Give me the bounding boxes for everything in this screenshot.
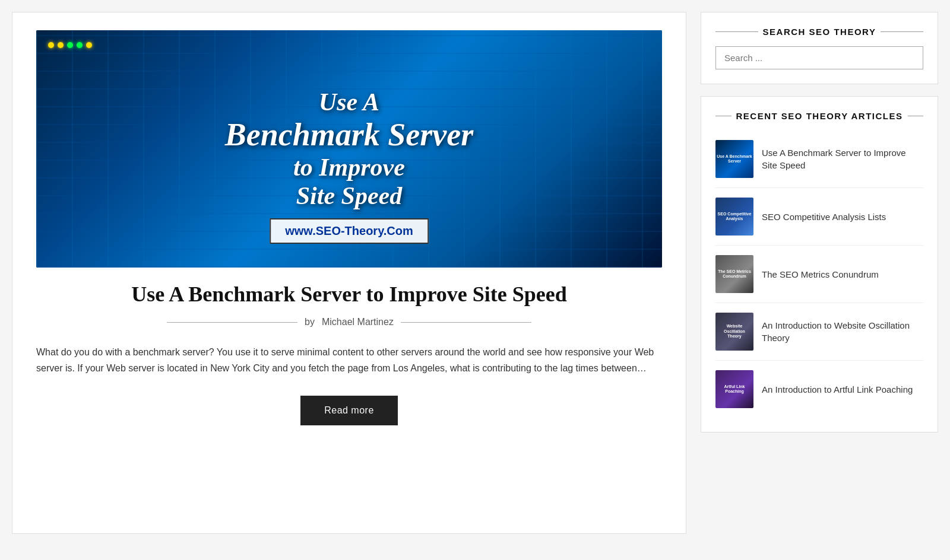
recent-article-title-4: An Introduction to Website Oscillation T… [762,319,923,344]
recent-article-item-2[interactable]: SEO Competitive Analysis SEO Competitive… [715,188,923,246]
read-more-button[interactable]: Read more [300,396,398,425]
author-line: by Michael Martinez [36,317,662,327]
thumb-text-3: The SEO Metrics Conundrum [715,255,753,293]
recent-article-title-5: An Introduction to Artful Link Poaching [762,383,913,396]
recent-article-item-5[interactable]: Artful Link Poaching An Introduction to … [715,361,923,418]
main-content: Use A Benchmark Server to Improve Site S… [12,12,686,534]
recent-articles-widget: RECENT SEO THEORY ARTICLES Use A Benchma… [701,96,938,432]
image-line2: Benchmark Server [225,116,474,153]
recent-article-item-3[interactable]: The SEO Metrics Conundrum The SEO Metric… [715,246,923,303]
light-yellow-3 [86,42,92,48]
article-body: What do you do with a benchmark server? … [36,344,662,376]
recent-article-item-4[interactable]: Website Oscillation Theory An Introducti… [715,303,923,361]
author-prefix: by [305,317,315,327]
recent-articles-title: RECENT SEO THEORY ARTICLES [715,111,923,121]
article-image: Use A Benchmark Server to Improve Site S… [36,30,662,268]
thumb-text-4: Website Oscillation Theory [715,313,753,351]
recent-thumb-3: The SEO Metrics Conundrum [715,255,753,293]
light-green [67,42,73,48]
recent-article-title-3: The SEO Metrics Conundrum [762,268,879,281]
image-line3: to Improve [225,153,474,182]
recent-article-title-1: Use A Benchmark Server to Improve Site S… [762,147,923,171]
recent-thumb-2: SEO Competitive Analysis [715,198,753,236]
recent-article-title-2: SEO Competitive Analysis Lists [762,211,886,223]
image-line1: Use A [225,88,474,116]
recent-thumb-4: Website Oscillation Theory [715,313,753,351]
url-badge: www.SEO-Theory.Com [270,218,429,244]
image-text-overlay: Use A Benchmark Server to Improve Site S… [225,88,474,210]
article-title: Use A Benchmark Server to Improve Site S… [36,282,662,307]
page-wrapper: Use A Benchmark Server to Improve Site S… [12,12,938,534]
recent-thumb-5: Artful Link Poaching [715,370,753,408]
light-yellow-2 [58,42,64,48]
author-rule-left [167,322,297,323]
lights-row [48,42,92,48]
sidebar: SEARCH SEO THEORY RECENT SEO THEORY ARTI… [701,12,938,432]
image-line4: Site Speed [225,182,474,210]
light-yellow [48,42,54,48]
recent-thumb-1: Use A Benchmark Server [715,140,753,178]
search-widget-title: SEARCH SEO THEORY [715,27,923,37]
author-rule-right [401,322,531,323]
search-widget: SEARCH SEO THEORY [701,12,938,84]
thumb-text-1: Use A Benchmark Server [715,140,753,178]
author-name: Michael Martinez [322,317,394,327]
recent-article-item-1[interactable]: Use A Benchmark Server Use A Benchmark S… [715,131,923,188]
search-input[interactable] [715,46,923,69]
light-green-2 [77,42,83,48]
thumb-text-2: SEO Competitive Analysis [715,198,753,236]
article-image-wrapper: Use A Benchmark Server to Improve Site S… [36,30,662,268]
recent-articles-list: Use A Benchmark Server Use A Benchmark S… [715,131,923,418]
thumb-text-5: Artful Link Poaching [715,370,753,408]
